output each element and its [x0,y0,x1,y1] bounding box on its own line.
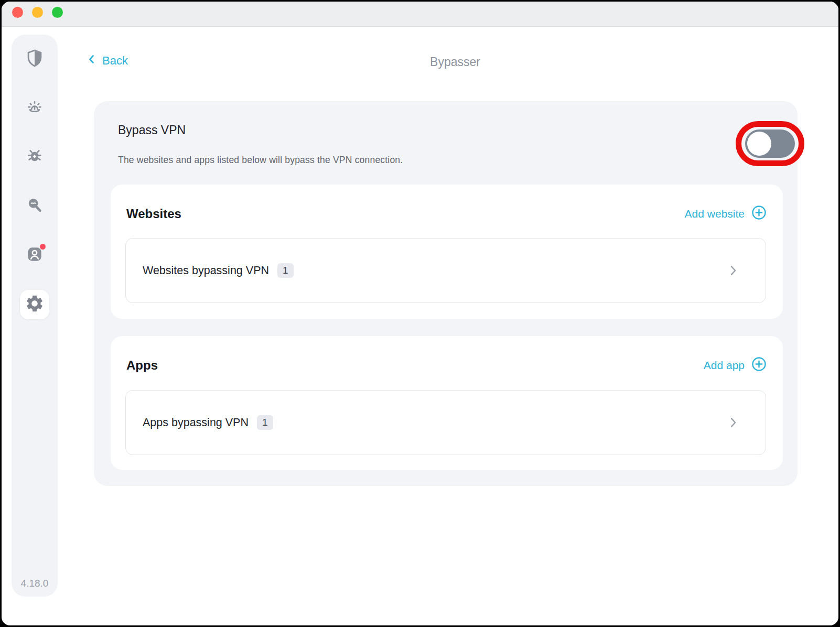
websites-title: Websites [126,207,181,221]
back-button[interactable]: Back [85,53,128,69]
apps-section: Apps Add app Apps bypassing VPN 1 [111,336,783,470]
apps-section-header: Apps Add app [126,336,767,390]
chevron-right-icon [726,415,740,430]
plus-circle-icon [751,356,767,375]
add-website-label: Add website [685,208,745,220]
add-website-button[interactable]: Add website [685,204,767,223]
apps-count-badge: 1 [257,415,273,430]
zoom-window-button[interactable] [52,7,63,18]
bypass-vpn-toggle[interactable] [745,129,795,158]
sidebar-item-account[interactable] [20,241,49,270]
sidebar-item-search[interactable] [20,191,49,221]
toggle-knob [747,132,771,156]
sidebar: 4.18.0 [12,35,58,597]
page-title: Bypasser [72,55,838,69]
bypass-vpn-description: The websites and apps listed below will … [118,155,403,166]
websites-count-badge: 1 [277,263,294,278]
websites-bypassing-label: Websites bypassing VPN [143,264,269,277]
apps-bypassing-label: Apps bypassing VPN [143,416,249,429]
bypass-vpn-title: Bypass VPN [118,123,186,137]
sidebar-item-vpn[interactable] [20,45,49,74]
bug-icon [25,146,45,168]
shield-icon [25,48,45,70]
add-app-label: Add app [704,359,745,372]
chevron-left-icon [85,53,98,69]
minimize-window-button[interactable] [32,7,43,18]
apps-title: Apps [126,358,158,373]
bypasser-card: Bypass VPN The websites and apps listed … [94,101,798,486]
siren-icon [25,98,45,120]
websites-bypassing-row[interactable]: Websites bypassing VPN 1 [125,238,766,303]
notification-dot [40,244,46,250]
websites-section: Websites Add website Websites bypassing … [111,185,783,319]
gear-icon [25,294,45,316]
back-label: Back [102,54,128,68]
app-window: 4.18.0 Bypasser Back Bypass VPN The webs… [2,2,838,625]
magnifier-icon [25,195,45,217]
apps-bypassing-row[interactable]: Apps bypassing VPN 1 [125,390,766,455]
sidebar-item-alert[interactable] [20,94,49,123]
add-app-button[interactable]: Add app [704,356,767,375]
sidebar-item-antivirus[interactable] [20,143,49,172]
close-window-button[interactable] [12,7,23,18]
app-version: 4.18.0 [12,578,58,589]
sidebar-item-settings[interactable] [20,290,49,319]
plus-circle-icon [751,204,767,223]
chevron-right-icon [726,263,740,278]
websites-section-header: Websites Add website [126,185,767,238]
title-bar [2,2,838,27]
